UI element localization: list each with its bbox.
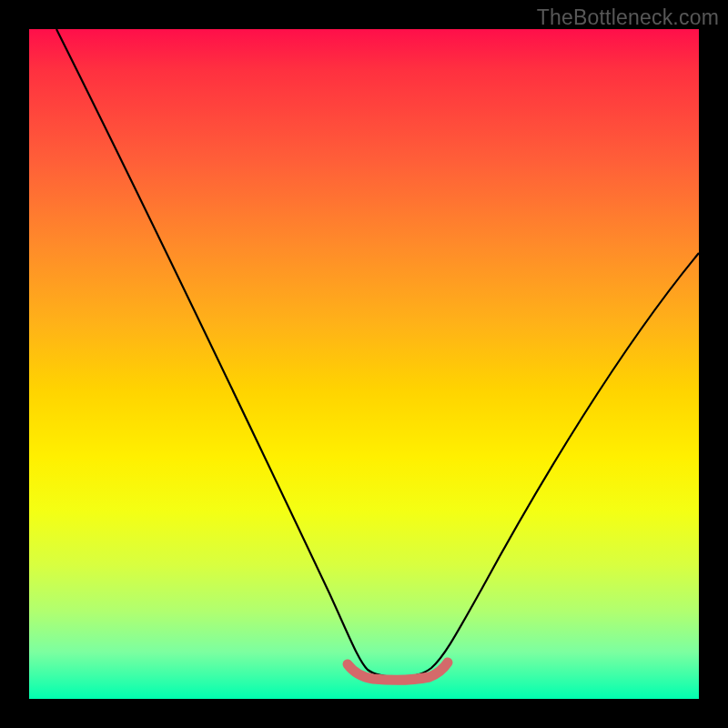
bottleneck-curve — [56, 29, 699, 677]
plot-area — [29, 29, 699, 699]
curve-layer — [29, 29, 699, 699]
watermark-text: TheBottleneck.com — [537, 5, 719, 30]
chart-frame: TheBottleneck.com — [0, 0, 728, 728]
optimal-range-marker — [348, 662, 448, 680]
